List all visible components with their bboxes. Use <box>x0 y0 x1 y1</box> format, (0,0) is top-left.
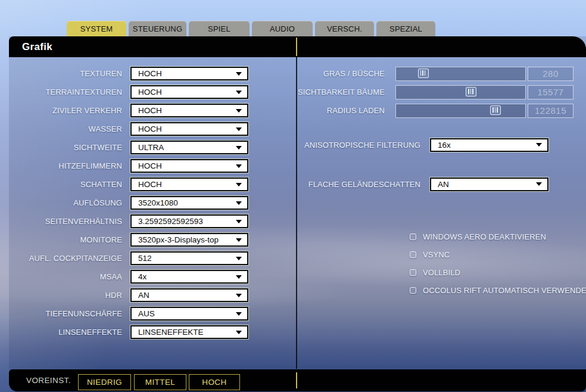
flache-gelaendeschatten-dropdown[interactable]: AN <box>430 178 548 191</box>
wasser-dropdown[interactable]: HOCH <box>130 122 248 136</box>
slider-row-gras-buesche: GRAS / BÜSCHE 280 <box>297 64 573 83</box>
radius-laden-slider[interactable] <box>395 104 526 118</box>
chevron-down-icon <box>536 182 542 186</box>
vollbild-checkbox[interactable] <box>410 269 416 276</box>
chevron-down-icon <box>236 146 242 150</box>
dropdown-value: 3.2592592592593 <box>132 217 203 226</box>
preset-bar-divider <box>296 372 297 388</box>
preset-mittel-button[interactable]: MITTEL <box>134 374 186 390</box>
section-header-bar: Grafik <box>9 36 586 57</box>
dropdown-value: HOCH <box>132 125 162 133</box>
setting-row-aufl-cockpitanzeige: AUFL. COCKPITANZEIGE 512 <box>9 249 248 267</box>
setting-label: SCHATTEN <box>9 180 130 189</box>
slider-label: GRAS / BÜSCHE <box>297 69 385 78</box>
slider-thumb[interactable] <box>466 87 476 97</box>
grip-icon <box>420 70 426 76</box>
tiefenunschaerfe-dropdown[interactable]: AUS <box>130 307 248 321</box>
grip-icon <box>468 89 474 94</box>
dropdown-value: HOCH <box>132 106 162 115</box>
sichtbarkeit-baeume-value[interactable]: 15577 <box>528 85 573 99</box>
slider-label: SICHTBARKEIT BÄUME <box>297 88 385 97</box>
chevron-down-icon <box>236 183 242 186</box>
tab-versch[interactable]: VERSCH. <box>315 21 374 36</box>
occolus-rift-checkbox[interactable] <box>410 287 416 294</box>
grip-icon <box>493 107 498 113</box>
chevron-down-icon <box>236 164 242 168</box>
setting-label: AUFLÖSUNG <box>9 198 130 207</box>
chevron-down-icon <box>236 238 242 242</box>
windows-aero-checkbox[interactable] <box>410 234 416 240</box>
sichtweite-dropdown[interactable]: ULTRA <box>130 141 248 154</box>
aufloesung-dropdown[interactable]: 3520x1080 <box>130 196 248 210</box>
seitenverhaeltnis-dropdown[interactable]: 3.2592592592593 <box>130 214 248 228</box>
chevron-down-icon <box>236 72 242 76</box>
tab-audio[interactable]: AUDIO <box>252 21 313 36</box>
setting-label: FLACHE GELÄNDESCHATTEN <box>297 180 430 189</box>
dropdown-value: HOCH <box>132 69 162 78</box>
setting-row-terraintexturen: TERRAINTEXTUREN HOCH <box>9 83 248 101</box>
slider-row-radius-laden: RADIUS LADEN 122815 <box>297 101 573 120</box>
terraintexturen-dropdown[interactable]: HOCH <box>130 85 248 99</box>
preset-niedrig-button[interactable]: NIEDRIG <box>78 374 131 390</box>
slider-thumb[interactable] <box>418 69 429 78</box>
tab-system[interactable]: SYSTEM <box>67 21 126 36</box>
setting-label: MONITORE <box>9 235 130 244</box>
checkbox-row-windows-aero: WINDOWS AERO DEAKTIVIEREN <box>410 232 586 241</box>
chevron-down-icon <box>236 257 242 260</box>
right-sliders-column: GRAS / BÜSCHE 280 SICHTBARKEIT BÄUME 155… <box>297 64 573 120</box>
dropdown-value: 512 <box>132 254 152 263</box>
dropdown-value: HOCH <box>132 180 162 189</box>
dropdown-value: AN <box>132 291 149 300</box>
preset-hoch-button[interactable]: HOCH <box>189 374 240 390</box>
anisotropische-filterung-dropdown[interactable]: 16x <box>430 138 548 152</box>
linseneffekte-dropdown[interactable]: LINSENEFFEKTE <box>130 325 248 339</box>
texturen-dropdown[interactable]: HOCH <box>130 67 248 80</box>
radius-laden-value[interactable]: 122815 <box>528 104 573 118</box>
schatten-dropdown[interactable]: HOCH <box>130 178 248 191</box>
checkbox-row-vsync: VSYNC <box>410 250 586 259</box>
setting-row-seitenverhaeltnis: SEITENVERHÄLTNIS 3.2592592592593 <box>9 212 248 231</box>
chevron-down-icon <box>236 91 242 94</box>
slider-row-sichtbarkeit-baeume: SICHTBARKEIT BÄUME 15577 <box>297 83 573 101</box>
setting-row-ziviler-verkehr: ZIVILER VERKEHR HOCH <box>9 101 248 120</box>
chevron-down-icon <box>236 294 242 297</box>
tab-steuerung[interactable]: STEUERUNG <box>129 21 186 36</box>
tab-spiel[interactable]: SPIEL <box>189 21 250 36</box>
chevron-down-icon <box>236 109 242 113</box>
monitore-dropdown[interactable]: 3520px-3-Displays-top <box>130 233 248 247</box>
setting-label: WASSER <box>9 125 130 133</box>
setting-row-texturen: TEXTUREN HOCH <box>9 64 248 83</box>
slider-thumb[interactable] <box>490 105 501 115</box>
aufl-cockpitanzeige-dropdown[interactable]: 512 <box>130 251 248 265</box>
setting-row-hitzeflimmern: HITZEFLIMMERN HOCH <box>9 157 248 175</box>
sichtbarkeit-baeume-slider[interactable] <box>395 85 526 99</box>
dropdown-value: 16x <box>431 141 451 150</box>
checkbox-label: WINDOWS AERO DEAKTIVIEREN <box>423 232 546 241</box>
gras-buesche-slider[interactable] <box>395 67 526 81</box>
hitzeflimmern-dropdown[interactable]: HOCH <box>130 159 248 173</box>
dropdown-value: ULTRA <box>132 143 164 152</box>
slider-label: RADIUS LADEN <box>297 106 385 115</box>
setting-label: ZIVILER VERKEHR <box>9 106 130 115</box>
checkbox-row-vollbild: VOLLBILD <box>410 268 586 276</box>
setting-row-aufloesung: AUFLÖSUNG 3520x1080 <box>9 194 248 212</box>
checkbox-label: OCCOLUS RIFT AUTOMATISCH VERWENDEN <box>423 286 586 295</box>
setting-row-flache-gelaendeschatten: FLACHE GELÄNDESCHATTEN AN <box>297 177 548 191</box>
chevron-down-icon <box>236 127 242 131</box>
chevron-down-icon <box>236 201 242 205</box>
vsync-checkbox[interactable] <box>410 251 416 258</box>
setting-label: MSAA <box>9 272 130 281</box>
setting-label: ANISOTROPISCHE FILTERUNG <box>297 141 430 150</box>
page-title: Grafik <box>22 36 52 57</box>
ziviler-verkehr-dropdown[interactable]: HOCH <box>130 104 248 117</box>
setting-label: SICHTWEITE <box>9 143 130 152</box>
chevron-down-icon <box>236 275 242 279</box>
gras-buesche-value[interactable]: 280 <box>528 67 573 81</box>
tab-spezial[interactable]: SPEZIAL <box>376 21 435 36</box>
hdr-dropdown[interactable]: AN <box>130 288 248 302</box>
dropdown-value: AUS <box>132 309 155 318</box>
msaa-dropdown[interactable]: 4x <box>130 270 248 284</box>
dropdown-value: HOCH <box>132 88 162 97</box>
setting-row-sichtweite: SICHTWEITE ULTRA <box>9 138 248 157</box>
setting-row-tiefenunschaerfe: TIEFENUNSCHÄRFE AUS <box>9 304 248 323</box>
